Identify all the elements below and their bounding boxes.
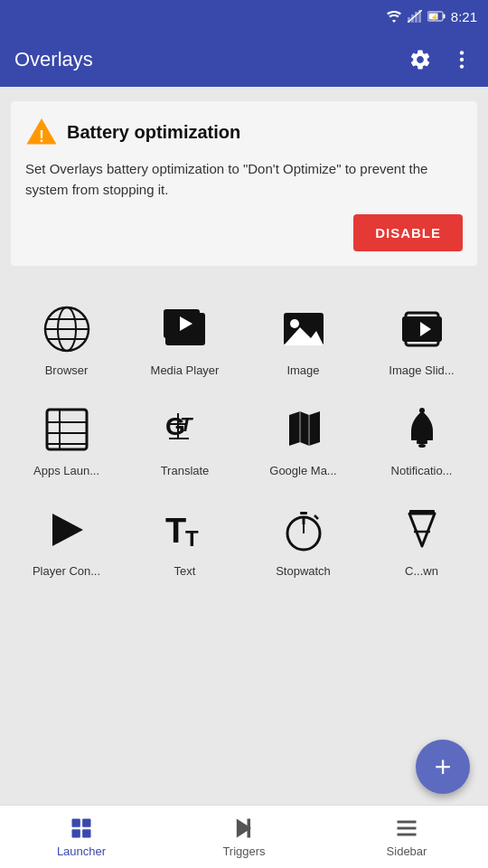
launcher-nav-label: Launcher — [57, 844, 106, 858]
grid-item-translate[interactable]: G T Translate — [126, 388, 244, 488]
svg-point-41 — [418, 444, 426, 448]
nav-item-launcher[interactable]: Launcher — [0, 806, 163, 868]
gear-icon — [408, 48, 432, 71]
svg-text:T: T — [185, 526, 199, 551]
sidebar-nav-label: Sidebar — [387, 844, 427, 858]
notification-icon — [395, 402, 449, 457]
warning-title: Battery optimization — [67, 122, 240, 143]
nav-item-sidebar[interactable]: Sidebar — [325, 806, 488, 868]
svg-text:⚡: ⚡ — [430, 13, 439, 22]
battery-warning-card: ! Battery optimization Set Overlays batt… — [11, 101, 477, 266]
more-options-button[interactable] — [450, 48, 474, 71]
translate-icon: G T — [158, 402, 212, 457]
launcher-nav-icon — [69, 816, 94, 841]
grid-item-countdown[interactable]: C...wn — [362, 488, 481, 589]
text-label: Text — [174, 564, 196, 578]
svg-marker-43 — [52, 514, 83, 546]
warning-header: ! Battery optimization — [25, 116, 463, 148]
svg-line-50 — [314, 515, 318, 519]
grid-item-image[interactable]: Image — [244, 288, 362, 388]
triggers-nav-label: Triggers — [222, 844, 265, 858]
battery-icon: ⚡ — [427, 10, 446, 23]
triggers-nav-icon — [231, 816, 257, 841]
svg-rect-53 — [72, 819, 80, 827]
svg-rect-6 — [443, 14, 445, 19]
settings-button[interactable] — [408, 48, 432, 71]
translate-label: Translate — [161, 464, 210, 477]
grid-item-text[interactable]: T T Text — [126, 488, 244, 589]
grid-item-google-maps[interactable]: Google Ma... — [244, 388, 362, 488]
wifi-icon — [386, 10, 402, 23]
image-label: Image — [286, 363, 319, 377]
media-player-icon — [158, 302, 212, 356]
svg-rect-49 — [300, 512, 307, 514]
status-time: 8:21 — [451, 9, 477, 24]
apps-launcher-icon — [40, 402, 94, 457]
player-controls-icon — [40, 503, 94, 557]
warning-body: Set Overlays battery optimization to "Do… — [25, 159, 463, 200]
svg-point-23 — [290, 319, 299, 328]
app-bar: Overlays — [0, 33, 488, 87]
svg-point-9 — [460, 51, 464, 54]
grid-item-notification[interactable]: Notificatio... — [362, 388, 481, 488]
image-slide-label: Image Slid... — [389, 363, 454, 377]
svg-text:!: ! — [39, 127, 44, 146]
stopwatch-label: Stopwatch — [276, 564, 331, 578]
grid-item-browser[interactable]: Browser — [7, 288, 126, 388]
bottom-navigation: Launcher Triggers Sidebar — [0, 805, 488, 868]
apps-launcher-label: Apps Laun... — [33, 464, 99, 477]
svg-rect-54 — [82, 819, 90, 827]
countdown-icon — [395, 503, 449, 557]
media-player-label: Media Player — [151, 363, 220, 377]
svg-point-42 — [419, 408, 425, 413]
text-icon: T T — [158, 503, 212, 557]
warning-triangle-icon: ! — [25, 116, 58, 148]
grid-item-image-slide[interactable]: Image Slid... — [362, 288, 481, 388]
grid-item-media-player[interactable]: Media Player — [126, 288, 244, 388]
browser-label: Browser — [45, 363, 89, 377]
svg-rect-58 — [248, 819, 251, 838]
app-title: Overlays — [14, 48, 93, 71]
signal-icon — [408, 10, 422, 23]
app-bar-actions — [408, 48, 474, 71]
status-bar: ⚡ 8:21 — [0, 0, 488, 33]
google-maps-label: Google Ma... — [269, 464, 336, 477]
svg-point-11 — [460, 64, 464, 68]
browser-icon — [40, 302, 94, 356]
overlay-grid: Browser Media Player Image — [0, 280, 488, 596]
fab-plus-icon: + — [435, 752, 452, 781]
nav-item-triggers[interactable]: Triggers — [163, 806, 325, 868]
google-maps-icon — [277, 402, 331, 457]
svg-point-10 — [460, 58, 464, 61]
more-vert-icon — [450, 48, 474, 71]
grid-item-apps-launcher[interactable]: Apps Laun... — [7, 388, 126, 488]
svg-rect-55 — [72, 829, 80, 837]
fab-add-button[interactable]: + — [416, 740, 470, 794]
image-icon — [277, 302, 331, 356]
stopwatch-icon — [277, 503, 331, 557]
disable-button[interactable]: DISABLE — [353, 214, 463, 251]
grid-item-stopwatch[interactable]: Stopwatch — [244, 488, 362, 589]
notification-label: Notificatio... — [391, 464, 453, 477]
image-slide-icon — [395, 302, 449, 356]
sidebar-nav-icon — [394, 816, 419, 841]
svg-text:T: T — [165, 512, 186, 550]
status-icons: ⚡ 8:21 — [386, 9, 477, 24]
grid-item-player-controls[interactable]: Player Con... — [7, 488, 126, 589]
svg-rect-40 — [417, 440, 427, 444]
svg-rect-56 — [82, 829, 90, 837]
player-controls-label: Player Con... — [33, 564, 100, 578]
countdown-label: C...wn — [405, 564, 438, 578]
